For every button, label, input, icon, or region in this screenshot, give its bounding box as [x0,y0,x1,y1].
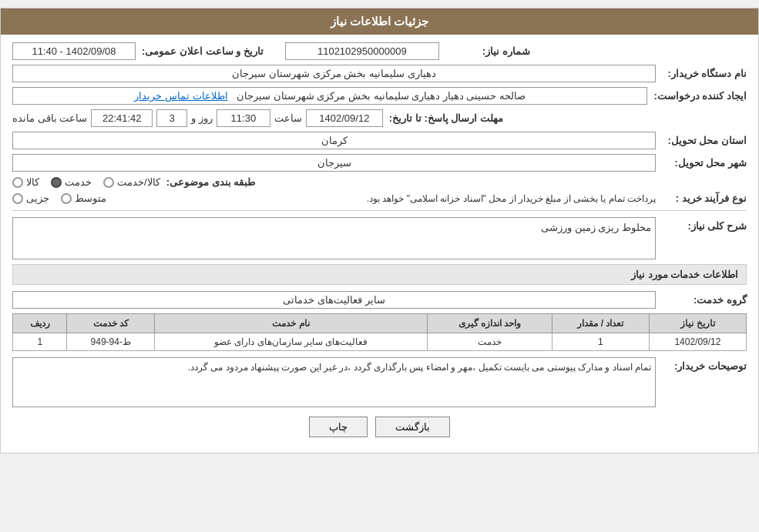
print-button[interactable]: چاپ [309,417,368,437]
mohlet-row: مهلت ارسال پاسخ: تا تاریخ: 1402/09/12 سا… [12,109,747,127]
sharh-label: شرح کلی نیاز: [662,217,747,232]
page-header: جزئیات اطلاعات نیاز [1,8,758,35]
radio-jozii [12,193,23,204]
farayand-option-1[interactable]: جزیی [12,192,49,204]
ijad-value: صالحه حسینی دهیار دهیاری سلیمانیه بخش مر… [12,87,647,105]
shahr-value: سیرجان [12,154,656,172]
sharh-value: مخلوط ریزی زمین ورزشی [12,217,656,259]
group-row: گروه خدمت: سایر فعالیت‌های خدماتی [12,291,747,309]
button-group: بازگشت چاپ [12,417,747,437]
tabaqe-label: طبقه بندی موضوعی: [166,176,256,188]
radio-kala [12,177,23,188]
col-radif: ردیف [13,314,67,333]
cell-name: فعالیت‌های سایر سازمان‌های دارای عضو [155,333,428,351]
farayand-row: نوع فرآیند خرید : پرداخت تمام یا بخشی از… [12,192,747,204]
services-table-section: تاریخ نیاز تعداد / مقدار واحد اندازه گیر… [12,313,747,351]
ostan-row: استان محل تحویل: کرمان [12,132,747,149]
toosiyat-row: توصیحات خریدار: تمام اسناد و مدارک پیوست… [12,357,747,407]
cell-code: ط-94-949 [67,333,155,351]
shomara-label: شماره نیاز: [445,45,530,57]
col-vahed: واحد اندازه گیری [428,314,552,333]
shomara-value: 1102102950000009 [285,42,439,60]
tabaqe-option-2[interactable]: خدمت [51,176,92,188]
tarikh-value: 1402/09/08 - 11:40 [12,42,136,60]
ijad-row: ایجاد کننده درخواست: صالحه حسینی دهیار د… [12,87,747,105]
radio-motavasset [61,193,72,204]
tabaqe-row: طبقه بندی موضوعی: کالا/خدمت خدمت کالا [12,176,747,188]
farayand-label: نوع فرآیند خرید : [662,192,747,204]
services-section-header: اطلاعات خدمات مورد نیاز [12,264,747,285]
header-title: جزئیات اطلاعات نیاز [331,15,428,28]
toosiyat-label: توصیحات خریدار: [662,357,747,372]
cell-vahed: خدمت [428,333,552,351]
col-code: کد خدمت [67,314,155,333]
toosiyat-value: تمام اسناد و مدارک پیوستی می بایست تکمیل… [12,357,656,407]
roz-label: روز و [191,112,213,124]
back-button[interactable]: بازگشت [375,417,450,437]
services-table: تاریخ نیاز تعداد / مقدار واحد اندازه گیر… [12,313,747,351]
tarikh-label: تاریخ و ساعت اعلان عمومی: [142,45,264,57]
cell-tedad: 1 [552,333,649,351]
col-name: نام خدمت [155,314,428,333]
group-value: سایر فعالیت‌های خدماتی [12,291,656,309]
group-label: گروه خدمت: [662,294,747,306]
ettelaat-tamas-link[interactable]: اطلاعات تماس خریدار [134,90,227,102]
ijad-label: ایجاد کننده درخواست: [653,90,747,102]
remaining-label: ساعت باقی مانده [12,112,87,124]
dasgah-value: دهیاری سلیمانیه بخش مرکزی شهرستان سیرجان [12,65,656,82]
ostan-value: کرمان [12,132,656,149]
dasgah-row: نام دستگاه خریدار: دهیاری سلیمانیه بخش م… [12,65,747,82]
farayand-option-2[interactable]: متوسط [61,192,106,204]
remaining-value: 22:41:42 [91,109,153,127]
farayand-options: متوسط جزیی [12,192,106,204]
roz-value: 3 [156,109,187,127]
radio-kala-khedmat [103,177,114,188]
table-row: 1402/09/12 1 خدمت فعالیت‌های سایر سازمان… [13,333,747,351]
time-label: ساعت [274,112,302,124]
cell-radif: 1 [13,333,67,351]
separator-1 [12,210,747,211]
cell-tarikh: 1402/09/12 [649,333,746,351]
ostan-label: استان محل تحویل: [662,135,747,146]
shahr-label: شهر محل تحویل: [662,157,747,169]
tabaqe-option-1[interactable]: کالا/خدمت [103,176,160,188]
tabaqe-option-3[interactable]: کالا [12,176,39,188]
farayand-notice: پرداخت تمام یا بخشی از مبلغ خریدار از مح… [113,193,656,204]
tabaqe-options: کالا/خدمت خدمت کالا [12,176,160,188]
sharh-row: شرح کلی نیاز: مخلوط ریزی زمین ورزشی [12,217,747,259]
shomara-row: شماره نیاز: 1102102950000009 تاریخ و ساع… [12,42,747,60]
col-tedad: تعداد / مقدار [552,314,649,333]
shahr-row: شهر محل تحویل: سیرجان [12,154,747,172]
radio-khedmat [51,177,62,188]
mohlet-date: 1402/09/12 [306,109,383,127]
mohlet-time: 11:30 [217,109,270,127]
dasgah-label: نام دستگاه خریدار: [662,68,747,79]
mohlet-label: مهلت ارسال پاسخ: تا تاریخ: [389,112,503,124]
col-tarikh: تاریخ نیاز [649,314,746,333]
